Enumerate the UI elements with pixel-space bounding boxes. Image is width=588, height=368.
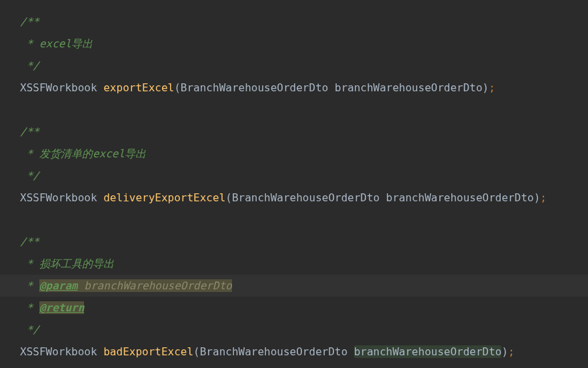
paren-close: ) (501, 345, 508, 358)
doc-open: /** (20, 235, 39, 248)
code-line[interactable]: /** (20, 231, 588, 253)
code-line[interactable]: * excel导出 (20, 33, 588, 55)
code-line[interactable]: * @return (20, 297, 588, 319)
code-line[interactable]: * @param branchWarehouseOrderDto (20, 275, 588, 297)
code-line[interactable]: */ (20, 55, 588, 77)
code-line[interactable]: /** (20, 121, 588, 143)
doc-text: * 发货清单的excel导出 (20, 147, 146, 160)
doc-close: */ (20, 323, 39, 336)
semicolon: ; (508, 345, 515, 358)
space (78, 279, 85, 292)
doc-close: */ (20, 169, 39, 182)
doc-open: /** (20, 15, 39, 28)
code-line[interactable]: XSSFWorkbook exportExcel(BranchWarehouse… (20, 77, 588, 99)
doc-close: */ (20, 59, 39, 72)
semicolon: ; (489, 81, 495, 94)
doc-pre: * (20, 279, 39, 292)
return-type: XSSFWorkbook (20, 345, 103, 358)
doc-text: * 损坏工具的导出 (20, 257, 114, 270)
doc-text: * excel导出 (20, 37, 93, 50)
doc-pre: * (20, 301, 39, 314)
param-type: BranchWarehouseOrderDto (200, 345, 354, 358)
params: (BranchWarehouseOrderDto branchWarehouse… (225, 191, 540, 204)
code-editor[interactable]: /** * excel导出 */ XSSFWorkbook exportExce… (0, 0, 588, 363)
return-type: XSSFWorkbook (20, 81, 103, 94)
param-name-highlighted: branchWarehouseOrderDto (354, 345, 502, 358)
method-name: deliveryExportExcel (103, 191, 225, 204)
javadoc-param-tag: @param (39, 279, 78, 292)
code-line[interactable]: */ (20, 319, 588, 341)
semicolon: ; (540, 191, 547, 204)
code-area[interactable]: /** * excel导出 */ XSSFWorkbook exportExce… (0, 0, 588, 363)
return-type: XSSFWorkbook (20, 191, 103, 204)
doc-open: /** (20, 125, 39, 138)
code-line[interactable]: * 损坏工具的导出 (20, 253, 588, 275)
method-name: exportExcel (103, 81, 174, 94)
code-line[interactable]: /** (20, 11, 588, 33)
javadoc-param-name: branchWarehouseOrderDto (84, 279, 232, 292)
blank-line[interactable] (20, 209, 588, 231)
code-line[interactable]: * 发货清单的excel导出 (20, 143, 588, 165)
params: (BranchWarehouseOrderDto branchWarehouse… (174, 81, 489, 94)
javadoc-return-tag: @return (39, 301, 84, 314)
code-line[interactable]: XSSFWorkbook badExportExcel(BranchWareho… (20, 341, 588, 363)
method-name: badExportExcel (103, 345, 193, 358)
paren-open: ( (193, 345, 200, 358)
code-line[interactable]: XSSFWorkbook deliveryExportExcel(BranchW… (20, 187, 588, 209)
blank-line[interactable] (20, 99, 588, 121)
code-line[interactable]: */ (20, 165, 588, 187)
